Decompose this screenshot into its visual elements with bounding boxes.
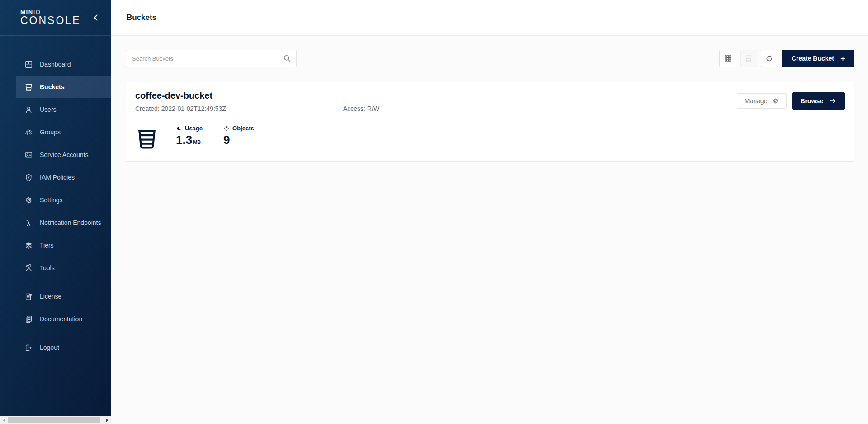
license-doc-icon: [24, 292, 33, 301]
objects-label-row: Objects: [223, 125, 254, 132]
object-group-icon: [223, 125, 230, 132]
usage-number: 1.3: [176, 133, 192, 147]
refresh-icon: [765, 54, 774, 63]
browse-label: Browse: [800, 97, 823, 105]
bucket-card-header: coffee-dev-bucket Created: 2022-01-02T12…: [135, 90, 845, 112]
sidebar-item-users[interactable]: Users: [16, 98, 111, 121]
sidebar-item-label: Documentation: [40, 315, 82, 323]
sidebar-item-label: Notification Endpoints: [40, 219, 101, 226]
created-value: 2022-01-02T12:49:53Z: [161, 105, 226, 112]
sidebar-item-label: IAM Policies: [40, 174, 75, 181]
sidebar-item-tiers[interactable]: Tiers: [16, 234, 111, 257]
access-value: R/W: [367, 105, 379, 112]
sidebar-item-notification-endpoints[interactable]: Notification Endpoints: [16, 211, 111, 234]
logo-area: MINIO CONSOLE: [0, 0, 111, 36]
sidebar-item-documentation[interactable]: Documentation: [16, 308, 111, 330]
bucket-list-view-button[interactable]: [740, 50, 757, 67]
page-header: Buckets: [111, 0, 868, 36]
minio-logo: MINIO CONSOLE: [20, 9, 80, 26]
brand-console: CONSOLE: [20, 15, 80, 26]
sidebar-item-dashboard[interactable]: Dashboard: [16, 53, 111, 76]
plus-icon: [840, 55, 846, 62]
layers-icon: [24, 241, 33, 250]
bucket-created: Created: 2022-01-02T12:49:53Z: [135, 105, 343, 112]
scrollbar-thumb[interactable]: [8, 417, 100, 423]
bucket-card: coffee-dev-bucket Created: 2022-01-02T12…: [126, 82, 854, 162]
objects-number: 9: [223, 133, 230, 147]
search-box: [126, 50, 297, 67]
bucket-large-icon: [135, 126, 159, 151]
sidebar-item-buckets[interactable]: Buckets: [16, 76, 111, 98]
usage-label-row: Usage: [176, 125, 203, 132]
card-divider: [135, 119, 845, 119]
objects-stat: Objects 9: [223, 125, 254, 147]
grid-view-icon: [724, 54, 732, 62]
page-title: Buckets: [127, 13, 156, 22]
pie-chart-icon: [176, 125, 182, 132]
grid-view-button[interactable]: [719, 50, 736, 67]
content-area: Create Bucket coffee-dev-bucket Created:: [111, 36, 868, 162]
sidebar-item-label: Settings: [40, 196, 63, 204]
scroll-left-arrow-icon[interactable]: [0, 416, 8, 424]
arrow-right-icon: [829, 97, 837, 105]
sidebar-item-settings[interactable]: Settings: [16, 189, 111, 211]
sidebar-item-label: Tiers: [40, 242, 54, 249]
sidebar-divider: [16, 333, 94, 333]
bucket-stats: Usage 1.3 MB Objects: [135, 125, 845, 151]
usage-stat: Usage 1.3 MB: [176, 125, 203, 147]
create-bucket-label: Create Bucket: [792, 55, 834, 62]
user-icon: [24, 105, 33, 114]
brand-io: IO: [33, 9, 41, 15]
collapse-sidebar-button[interactable]: [91, 13, 101, 23]
book-pages-icon: [24, 314, 33, 324]
refresh-button[interactable]: [761, 50, 778, 67]
logout-door-arrow-icon: [24, 343, 33, 352]
bucket-name-link[interactable]: coffee-dev-bucket: [135, 90, 379, 101]
lambda-icon: [24, 218, 33, 227]
sidebar-item-iam-policies[interactable]: IAM Policies: [16, 166, 111, 189]
sidebar-item-groups[interactable]: Groups: [16, 121, 111, 143]
sidebar-item-tools[interactable]: Tools: [16, 257, 111, 279]
search-input[interactable]: [126, 50, 297, 67]
sidebar: MINIO CONSOLE Dashboard Buckets: [0, 0, 111, 424]
sidebar-item-logout[interactable]: Logout: [16, 336, 111, 359]
bucket-access: Access: R/W: [343, 105, 379, 112]
usage-label: Usage: [185, 125, 203, 132]
sidebar-horizontal-scrollbar[interactable]: [0, 416, 111, 424]
objects-value: 9: [223, 133, 254, 147]
bucket-info: coffee-dev-bucket Created: 2022-01-02T12…: [135, 90, 379, 112]
sidebar-item-label: Logout: [40, 344, 59, 351]
gear-icon: [24, 195, 33, 205]
browse-button[interactable]: Browse: [792, 92, 845, 110]
sidebar-item-service-accounts[interactable]: Service Accounts: [16, 143, 111, 166]
sidebar-item-license[interactable]: License: [16, 285, 111, 308]
sidebar-menu: Dashboard Buckets Users Groups: [0, 36, 111, 359]
manage-gear-icon: [772, 97, 779, 105]
sidebar-divider: [16, 282, 94, 282]
sidebar-item-label: Buckets: [40, 83, 64, 91]
chevron-left-icon: [93, 14, 99, 21]
main-area: Buckets: [111, 0, 868, 424]
sidebar-item-label: Groups: [40, 129, 61, 136]
user-group-icon: [24, 128, 33, 137]
access-label: Access:: [343, 105, 365, 112]
objects-label: Objects: [232, 125, 254, 132]
sidebar-item-label: Dashboard: [40, 61, 71, 68]
bucket-actions: Manage Browse: [737, 92, 845, 110]
minio-console-app: MINIO CONSOLE Dashboard Buckets: [0, 0, 868, 424]
create-bucket-button[interactable]: Create Bucket: [782, 50, 854, 67]
manage-button[interactable]: Manage: [737, 93, 787, 109]
bucket-list-view-icon: [745, 54, 753, 62]
sidebar-item-label: License: [40, 293, 61, 300]
id-card-icon: [24, 150, 33, 159]
bucket-icon: [24, 82, 33, 91]
scroll-right-arrow-icon[interactable]: [103, 416, 111, 424]
sidebar-item-label: Service Accounts: [40, 151, 88, 158]
dashboard-grid-icon: [24, 60, 33, 69]
toolbar-actions: Create Bucket: [716, 50, 854, 67]
buckets-toolbar: Create Bucket: [126, 50, 854, 67]
crossed-tools-icon: [24, 263, 33, 272]
shield-icon: [24, 173, 33, 182]
usage-value: 1.3 MB: [176, 133, 203, 147]
created-label: Created:: [135, 105, 160, 112]
